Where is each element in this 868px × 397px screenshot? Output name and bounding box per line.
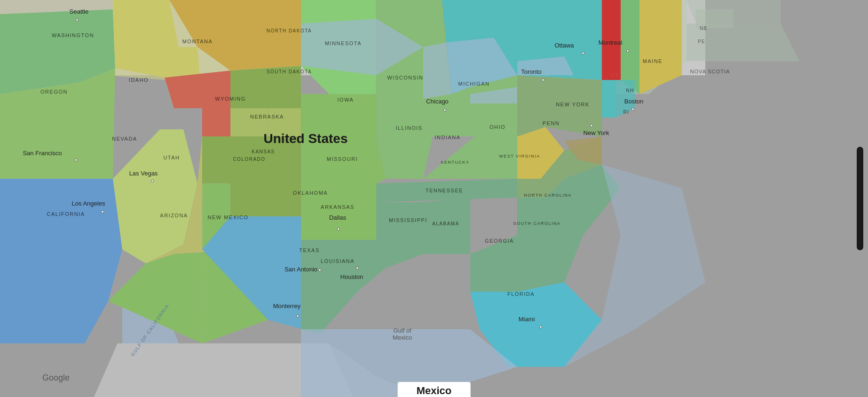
gulf-mexico-label: Gulf ofMexico <box>393 327 412 341</box>
city-dot-houston <box>356 267 359 270</box>
map-container: WASHINGTON OREGON CALIFORNIA NEVADA IDAH… <box>0 0 868 397</box>
city-dot-monterrey <box>296 315 299 318</box>
mexico-label: Mexico <box>398 382 471 397</box>
city-dot-dallas <box>337 228 340 230</box>
city-dot-ottawa <box>582 52 584 55</box>
scrollbar[interactable] <box>857 147 863 250</box>
city-dot-toronto <box>542 79 544 81</box>
city-dot-sanantonio <box>318 269 321 271</box>
city-dot-montreal <box>626 49 629 52</box>
map-svg[interactable] <box>0 0 868 397</box>
google-watermark: Google <box>42 373 70 383</box>
city-dot-miami <box>539 326 542 328</box>
city-dot-la <box>101 210 104 213</box>
city-dot-newyork <box>590 124 593 127</box>
city-dot-boston <box>631 108 634 111</box>
city-dot-chicago <box>443 109 446 111</box>
city-dot-seattle <box>76 18 79 21</box>
city-dot-sf <box>75 159 78 161</box>
city-dot-lv <box>151 180 154 183</box>
